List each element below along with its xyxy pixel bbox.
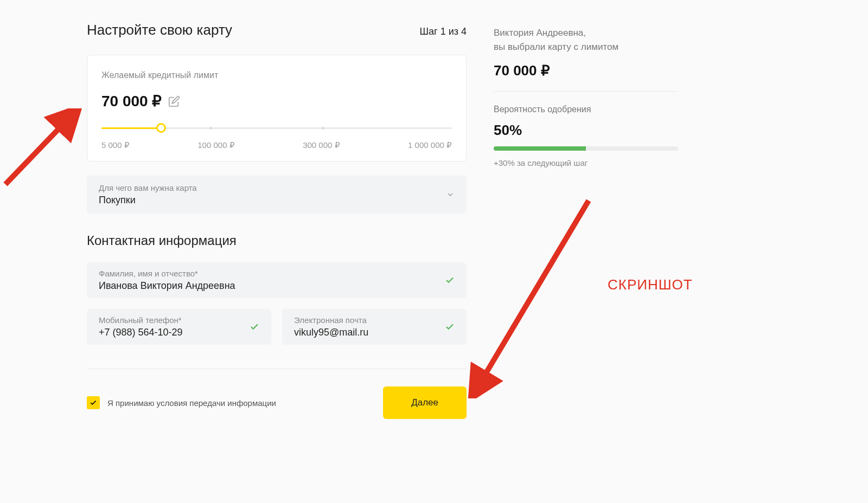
tick-label-1: 100 000 ₽ — [197, 140, 234, 150]
divider — [87, 369, 467, 369]
credit-limit-card: Желаемый кредитный лимит 70 000 ₽ 5 000 … — [87, 55, 467, 162]
email-label: Электронная почта — [294, 315, 368, 325]
check-icon — [445, 322, 455, 332]
card-purpose-select[interactable]: Для чего вам нужна карта Покупки — [87, 176, 467, 214]
step-indicator: Шаг 1 из 4 — [420, 26, 467, 37]
chevron-down-icon — [446, 190, 455, 199]
approval-percent: 50% — [494, 122, 678, 139]
summary-sidebar: Виктория Андреевна, вы выбрали карту с л… — [494, 22, 678, 419]
slider-tick-labels: 5 000 ₽ 100 000 ₽ 300 000 ₽ 1 000 000 ₽ — [101, 140, 452, 150]
approval-progress-fill — [494, 146, 586, 151]
divider — [494, 91, 678, 92]
consent-checkbox[interactable] — [87, 396, 100, 409]
slider-thumb[interactable] — [156, 123, 166, 133]
greeting-name: Виктория Андреевна, — [494, 28, 586, 38]
phone-field[interactable]: Мобильный телефон* +7 (988) 564-10-29 — [87, 309, 271, 345]
consent-text: Я принимаю условия передачи информации — [107, 398, 276, 408]
summary-amount: 70 000 ₽ — [494, 62, 678, 79]
phone-value: +7 (988) 564-10-29 — [99, 327, 183, 338]
email-value: vikuly95@mail.ru — [294, 327, 368, 338]
credit-limit-value: 70 000 ₽ — [101, 92, 162, 110]
edit-icon[interactable] — [168, 95, 180, 107]
fullname-field[interactable]: Фамилия, имя и отчество* Иванова Виктори… — [87, 262, 467, 298]
fullname-value: Иванова Виктория Андреевна — [99, 280, 235, 292]
approval-label: Вероятность одобрения — [494, 105, 678, 114]
annotation-label: СКРИНШОТ — [608, 276, 693, 293]
approval-bonus: +30% за следующий шаг — [494, 158, 678, 167]
email-field[interactable]: Электронная почта vikuly95@mail.ru — [282, 309, 467, 345]
next-button[interactable]: Далее — [383, 386, 467, 419]
tick-label-max: 1 000 000 ₽ — [408, 140, 452, 150]
consent-row: Я принимаю условия передачи информации — [87, 396, 276, 409]
check-icon — [90, 399, 97, 407]
credit-limit-label: Желаемый кредитный лимит — [101, 70, 452, 80]
fullname-label: Фамилия, имя и отчество* — [99, 269, 235, 278]
check-icon — [445, 275, 455, 285]
phone-label: Мобильный телефон* — [99, 315, 183, 325]
contact-section-title: Контактная информация — [87, 233, 467, 248]
approval-progress — [494, 146, 678, 151]
tick-label-2: 300 000 ₽ — [303, 140, 340, 150]
check-icon — [250, 322, 259, 332]
credit-limit-slider[interactable] — [101, 125, 452, 131]
card-purpose-value: Покупки — [99, 195, 197, 206]
tick-label-min: 5 000 ₽ — [101, 140, 130, 150]
page-title: Настройте свою карту — [87, 22, 232, 38]
greeting-line: вы выбрали карту с лимитом — [494, 42, 618, 52]
card-purpose-label: Для чего вам нужна карта — [99, 183, 197, 192]
